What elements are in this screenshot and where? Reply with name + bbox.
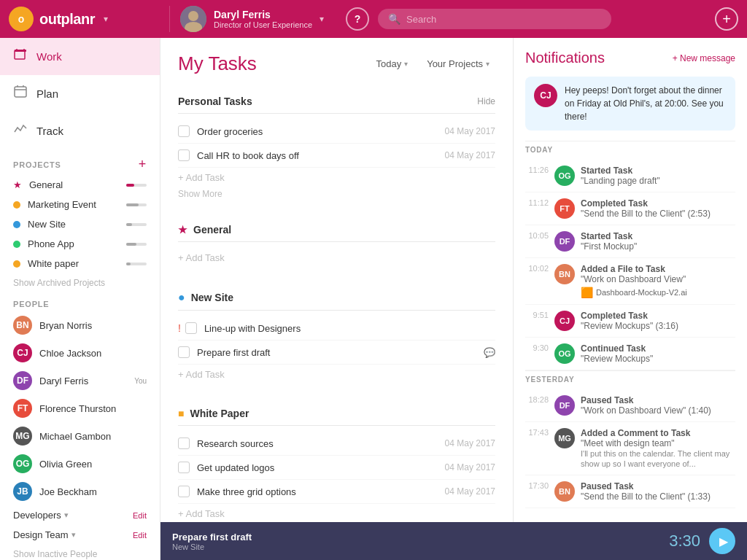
task-row: Call HR to book days off 04 May 2017: [178, 144, 495, 168]
task-date: 04 May 2017: [445, 126, 495, 136]
add-task-button[interactable]: + Add Task: [178, 168, 495, 187]
section-hide-button[interactable]: Hide: [477, 96, 495, 106]
person-florence[interactable]: FT Florence Thurston: [0, 394, 160, 422]
play-button[interactable]: ▶: [709, 528, 735, 554]
team-developers[interactable]: Developers ▾ Edit: [0, 505, 160, 525]
add-task-button[interactable]: + Add Task: [178, 365, 495, 384]
filter-today-button[interactable]: Today ▾: [370, 55, 414, 72]
task-checkbox[interactable]: [178, 346, 190, 358]
bottom-bar: Prepare first draft New Site 3:30 ▶: [160, 522, 747, 560]
people-section-header: PEOPLE: [0, 292, 160, 311]
section-general-title: ★ General: [178, 224, 231, 236]
notif-content: Added a File to Task "Work on Dashboard …: [581, 264, 735, 298]
section-whitepaper-title: ■ White Paper: [178, 408, 249, 419]
user-role: Director of User Experience: [214, 20, 312, 29]
project-bar-fill: [126, 203, 139, 206]
add-button[interactable]: +: [715, 7, 738, 31]
add-task-button[interactable]: + Add Task: [178, 504, 495, 522]
notif-task: "Work on Dashboard View": [581, 274, 686, 284]
project-label: Phone App: [28, 238, 126, 249]
search-icon: 🔍: [388, 13, 400, 25]
user-dropdown-icon[interactable]: ▾: [320, 14, 324, 24]
bottom-task-project: New Site: [172, 542, 660, 551]
filter-projects-caret: ▾: [486, 60, 489, 68]
notif-avatar: BN: [554, 264, 575, 284]
notif-avatar: BN: [554, 481, 575, 502]
user-name: Daryl Ferris: [214, 9, 312, 20]
tasks-filters: Today ▾ Your Projects ▾: [370, 55, 495, 72]
user-info: Daryl Ferris Director of User Experience: [214, 9, 312, 29]
notif-content: Started Task "Landing page draft": [581, 166, 735, 186]
tasks-panel: My Tasks Today ▾ Your Projects ▾: [160, 38, 514, 522]
logo-caret-icon[interactable]: ▾: [104, 14, 108, 24]
person-michael[interactable]: MG Michael Gambon: [0, 422, 160, 450]
show-more-link[interactable]: Show More: [178, 187, 495, 201]
project-marketing[interactable]: Marketing Event: [0, 195, 160, 214]
project-newsite[interactable]: New Site: [0, 214, 160, 234]
notif-action: Paused Task: [581, 481, 633, 491]
person-avatar: MG: [13, 427, 32, 446]
help-button[interactable]: ?: [346, 7, 369, 31]
task-checkbox[interactable]: [178, 438, 190, 449]
add-task-button[interactable]: + Add Task: [178, 248, 495, 268]
notif-time: 11:12: [525, 198, 549, 207]
section-personal: Personal Tasks Hide Order groceries 04 M…: [178, 90, 495, 201]
task-checkbox[interactable]: [178, 125, 190, 137]
nav-item-track[interactable]: Track: [0, 112, 160, 149]
task-checkbox[interactable]: [185, 322, 197, 334]
person-name: Florence Thurston: [39, 403, 116, 414]
task-label: Line-up with Designers: [204, 323, 495, 334]
project-dot-icon: [13, 260, 20, 268]
notif-content: Started Task "First Mockup": [581, 231, 735, 252]
logo-icon: o: [9, 7, 34, 31]
star-icon: ★: [13, 179, 22, 190]
nav-track-label: Track: [36, 125, 63, 137]
notif-avatar: CJ: [554, 311, 575, 331]
search-input[interactable]: [406, 14, 601, 25]
nav-item-plan[interactable]: Plan: [0, 75, 160, 112]
notif-file: 🟧 Dashboard-Mockup-V2.ai: [581, 287, 735, 298]
task-checkbox[interactable]: [178, 486, 190, 497]
person-daryl[interactable]: DF Daryl Ferris You: [0, 367, 160, 394]
show-archived-link[interactable]: Show Archived Projects: [0, 273, 160, 292]
team-design[interactable]: Design Team ▾ Edit: [0, 525, 160, 545]
project-dot-icon: [13, 201, 20, 209]
team-edit-button[interactable]: Edit: [133, 531, 147, 540]
project-general[interactable]: ★ General: [0, 175, 160, 195]
show-inactive-link[interactable]: Show Inactive People: [0, 545, 160, 560]
project-label: White paper: [28, 258, 126, 269]
notif-task: "Send the Bill to the Client" (1:33): [581, 491, 711, 502]
task-row: Research sources 04 May 2017: [178, 432, 495, 456]
notifications-header: Notifications + New message: [525, 50, 735, 66]
projects-section-header: PROJECTS +: [0, 149, 160, 175]
add-project-button[interactable]: +: [139, 157, 147, 172]
person-olivia[interactable]: OG Olivia Green: [0, 450, 160, 478]
person-bryan[interactable]: BN Bryan Norris: [0, 311, 160, 339]
task-row: ! Line-up with Designers: [178, 316, 495, 341]
task-date: 04 May 2017: [445, 150, 495, 160]
new-message-button[interactable]: + New message: [673, 53, 735, 63]
nav-item-work[interactable]: Work: [0, 38, 160, 75]
person-chloe[interactable]: CJ Chloe Jackson: [0, 339, 160, 367]
task-checkbox[interactable]: [178, 149, 190, 161]
filter-projects-button[interactable]: Your Projects ▾: [421, 55, 495, 72]
section-personal-title: Personal Tasks: [178, 96, 252, 107]
team-edit-button[interactable]: Edit: [133, 511, 147, 520]
notif-time: 10:05: [525, 231, 549, 240]
project-bar-fill: [126, 262, 131, 265]
bottom-task-name: Prepare first draft: [172, 532, 660, 542]
play-icon: ▶: [719, 534, 728, 548]
notif-time: 10:02: [525, 264, 549, 273]
person-joe[interactable]: JB Joe Beckham: [0, 478, 160, 505]
tasks-title: My Tasks: [178, 52, 257, 75]
user-area[interactable]: Daryl Ferris Director of User Experience…: [169, 6, 334, 32]
search-bar: 🔍: [378, 9, 611, 29]
project-phoneapp[interactable]: Phone App: [0, 234, 160, 254]
task-checkbox[interactable]: [178, 462, 190, 473]
notif-action: Continued Task: [581, 343, 646, 354]
notif-task: "Landing page draft": [581, 176, 660, 186]
you-badge: You: [134, 377, 147, 385]
project-bar-fill: [126, 223, 132, 226]
project-whitepaper[interactable]: White paper: [0, 254, 160, 273]
task-row: Make three grid options 04 May 2017: [178, 480, 495, 504]
